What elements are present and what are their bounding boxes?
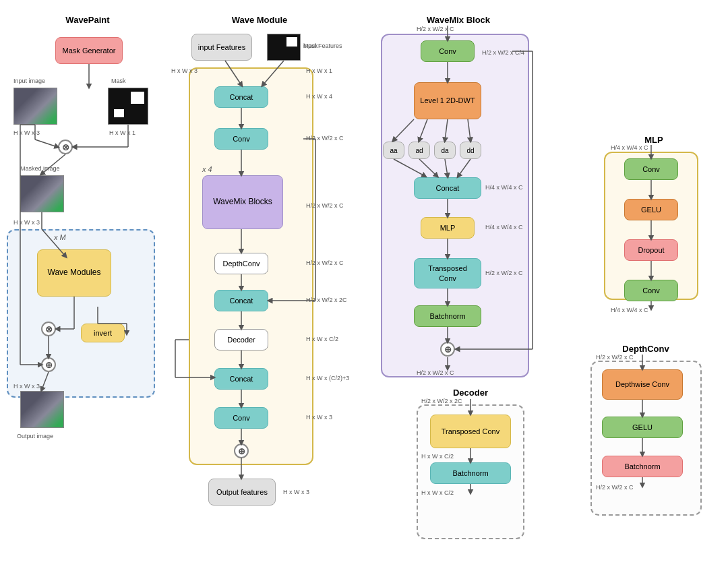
wm-concat1-node: Concat bbox=[214, 86, 268, 108]
svg-line-3 bbox=[35, 140, 57, 147]
wm-depthconv-node: DepthConv bbox=[214, 253, 268, 274]
dc-gelu-node: GELU bbox=[602, 417, 683, 438]
wm-concat3-node: Concat bbox=[214, 368, 268, 390]
dim-decoder-mid: H x W x C/2 bbox=[421, 453, 454, 460]
mask-label-wm: Mask bbox=[303, 42, 318, 49]
depthconv-title: DepthConv bbox=[599, 344, 693, 354]
mlp-gelu-node: GELU bbox=[624, 199, 678, 220]
x4-badge: x 4 bbox=[202, 165, 212, 173]
mlp-title: MLP bbox=[613, 135, 694, 145]
dc-batchnorm-node: Batchnorm bbox=[602, 456, 683, 477]
wb-batchnorm-node: Batchnorm bbox=[414, 305, 481, 327]
invert-node: invert bbox=[81, 324, 125, 342]
wm-wavemix-node: WaveMix Blocks bbox=[202, 175, 283, 229]
mlp-dropout-node: Dropout bbox=[624, 239, 678, 261]
dim-depthconv-top: H/2 x W/2 x C bbox=[596, 354, 634, 361]
dim-mlp-bot: H/4 x W/4 x C bbox=[611, 307, 648, 313]
decoder-batchnorm-node: Batchnorm bbox=[430, 462, 511, 484]
masked-image-label: Masked image bbox=[20, 165, 60, 172]
output-image-placeholder bbox=[20, 391, 64, 428]
dim-hxwx3-wm-out: H x W x 3 bbox=[306, 414, 332, 421]
dim-hw2c-wm1: H/2 x W/2 x C bbox=[306, 135, 344, 142]
dim-hxwx1-wm: H x W x 1 bbox=[306, 67, 332, 74]
dim-hxwx3-wm: H x W x 3 bbox=[171, 67, 198, 74]
wb-concat-node: Concat bbox=[414, 177, 481, 199]
add-op: ⊕ bbox=[41, 357, 56, 372]
wm-decoder-node: Decoder bbox=[214, 329, 268, 351]
wb-2ddwt-node: Level 1 2D-DWT bbox=[414, 82, 481, 119]
decoder-transconv-node: Transposed Conv bbox=[430, 415, 511, 448]
wb-ad-node: ad bbox=[408, 142, 430, 159]
dc-depthwise-node: Depthwise Conv bbox=[602, 369, 683, 400]
dim-hwxc2p3-wm: H x W x (C/2)+3 bbox=[306, 375, 349, 382]
dim-hw2xc-wb-mid: H/2 x W/2 x C bbox=[485, 270, 523, 276]
diagram-container: WavePaint Mask Generator Input image Mas… bbox=[0, 0, 728, 579]
dim-mlp-top: H/4 x W/4 x C bbox=[611, 144, 648, 151]
masked-image-placeholder bbox=[20, 175, 64, 212]
wb-da-node: da bbox=[434, 142, 456, 159]
wm-conv2-node: Conv bbox=[214, 407, 268, 429]
dim-hxwx3-wl-top: H x W x 3 bbox=[13, 129, 40, 136]
mask-image-placeholder bbox=[108, 88, 148, 125]
mlp-conv2-node: Conv bbox=[624, 280, 678, 301]
multiply-op-bottom: ⊗ bbox=[41, 322, 56, 336]
wb-aa-node: aa bbox=[383, 142, 404, 159]
dim-hw4xc-wb: H/4 x W/4 x C bbox=[485, 184, 523, 191]
dim-hw2xc4-wb: H/2 x W/2 x C/4 bbox=[482, 49, 524, 56]
dim-hw2c-wm2: H/2 x W/2 x C bbox=[306, 202, 344, 209]
dim-hxwx3-wl-bot: H x W x 3 bbox=[13, 383, 40, 390]
dim-hxwx1-wl: H x W x 1 bbox=[109, 129, 135, 136]
add-op-wb: ⊕ bbox=[440, 342, 455, 357]
wavepaint-title: WavePaint bbox=[34, 15, 142, 25]
wb-dd-node: dd bbox=[460, 142, 481, 159]
dim-hw2c-wm3: H/2 x W/2 x C bbox=[306, 260, 344, 266]
wm-concat2-node: Concat bbox=[214, 290, 268, 311]
dim-decoder-bot: H x W x C/2 bbox=[421, 489, 454, 496]
output-features-node: Output features bbox=[208, 479, 276, 506]
input-image-placeholder bbox=[13, 88, 57, 125]
dim-hxwx3-wl-mid: H x W x 3 bbox=[13, 219, 40, 226]
add-op-wm: ⊕ bbox=[234, 444, 249, 458]
xm-badge: x M bbox=[54, 233, 66, 241]
dim-hwxc2-wm: H x W x C/2 bbox=[306, 336, 338, 342]
input-features-node: input Features bbox=[191, 34, 252, 61]
input-image-label: Input image bbox=[13, 78, 45, 84]
dim-hxwx3-wm-outf: H x W x 3 bbox=[283, 489, 309, 495]
mlp-conv1-node: Conv bbox=[624, 158, 678, 180]
output-image-label: Output image bbox=[17, 433, 53, 439]
dim-decoder-top: H/2 x W/2 x 2C bbox=[421, 398, 462, 404]
wm-conv1-node: Conv bbox=[214, 128, 268, 150]
dim-hw2x2c-wm: H/2 x W/2 x 2C bbox=[306, 297, 347, 303]
dim-hw2xc-wb-out: H/2 x W/2 x C bbox=[417, 369, 454, 376]
wb-transconv-node: Transposed Conv bbox=[414, 258, 481, 288]
dim-hw2xc-wb-top: H/2 x W/2 x C bbox=[417, 26, 454, 32]
wb-conv-node: Conv bbox=[421, 40, 475, 62]
multiply-op-top: ⊗ bbox=[58, 140, 73, 154]
wavemix-block-title: WaveMix Block bbox=[404, 15, 512, 25]
dim-hw4xc-wb2: H/4 x W/4 x C bbox=[485, 224, 523, 231]
wb-mlp-node: MLP bbox=[421, 217, 475, 239]
wave-modules-node: Wave Modules bbox=[37, 249, 111, 297]
mask-label-wavepaint: Mask bbox=[111, 78, 126, 84]
dim-hxwx4-wm: H x W x 4 bbox=[306, 93, 332, 100]
wave-module-title: Wave Module bbox=[206, 15, 313, 25]
mask-generator-node: Mask Generator bbox=[55, 37, 123, 64]
dim-depthconv-bot: H/2 x W/2 x C bbox=[596, 484, 634, 491]
decoder-title: Decoder bbox=[430, 388, 511, 398]
mask-small-placeholder bbox=[267, 34, 301, 61]
